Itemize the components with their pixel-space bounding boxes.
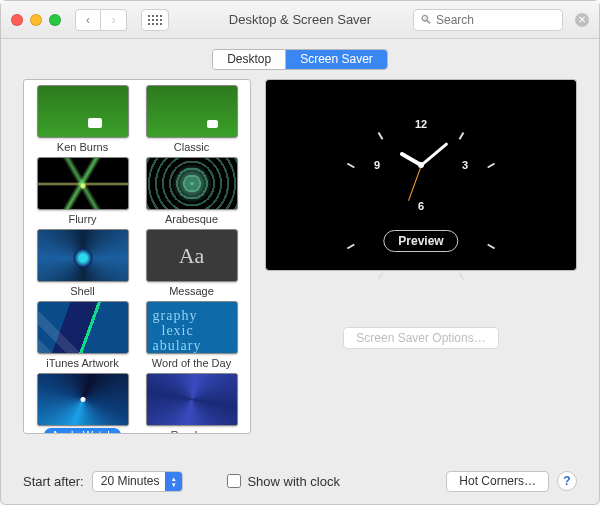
screensaver-item[interactable]: Classic <box>139 84 244 156</box>
screensaver-thumb-arabesque <box>146 157 238 210</box>
grid-icon <box>148 15 162 25</box>
screensaver-item[interactable]: iTunes Artwork <box>30 300 135 372</box>
traffic-lights <box>11 14 61 26</box>
search-input[interactable] <box>436 13 586 27</box>
chevron-right-icon: › <box>112 13 116 27</box>
start-after-label: Start after: <box>23 474 84 489</box>
hot-corners-button[interactable]: Hot Corners… <box>446 471 549 492</box>
screensaver-thumb-kenburns <box>37 85 129 138</box>
screensaver-label: Arabesque <box>157 212 226 226</box>
screensaver-item[interactable]: Ken Burns <box>30 84 135 156</box>
start-after-select[interactable]: 20 Minutes ▴▾ <box>92 471 184 492</box>
screensaver-thumb-random <box>146 373 238 426</box>
screensaver-label: Message <box>161 284 222 298</box>
show-with-clock-checkbox[interactable]: Show with clock <box>227 474 339 489</box>
minute-hand <box>420 142 448 166</box>
clock-num-3: 3 <box>462 159 468 171</box>
show-with-clock-label: Show with clock <box>247 474 339 489</box>
tab-screen-saver[interactable]: Screen Saver <box>285 50 387 69</box>
screensaver-item[interactable]: Flurry <box>30 156 135 228</box>
show-all-button[interactable] <box>141 9 169 31</box>
show-with-clock-input[interactable] <box>227 474 241 488</box>
screensaver-item[interactable]: Arabesque <box>139 156 244 228</box>
screensaver-thumb-message <box>146 229 238 282</box>
preview-button[interactable]: Preview <box>383 230 458 252</box>
screensaver-item[interactable]: Random <box>139 372 244 434</box>
screensaver-item[interactable]: Shell <box>30 228 135 300</box>
close-window-button[interactable] <box>11 14 23 26</box>
content-area: Ken BurnsClassicFlurryArabesqueShellMess… <box>1 79 599 458</box>
screensaver-label: Random <box>163 428 221 434</box>
screen-saver-options-button[interactable]: Screen Saver Options… <box>343 327 498 349</box>
tab-row: Desktop Screen Saver <box>1 39 599 79</box>
zoom-window-button[interactable] <box>49 14 61 26</box>
screensaver-grid[interactable]: Ken BurnsClassicFlurryArabesqueShellMess… <box>23 79 251 434</box>
bottom-bar: Start after: 20 Minutes ▴▾ Show with clo… <box>1 458 599 504</box>
nav-buttons: ‹ › <box>75 9 127 31</box>
screensaver-thumb-applewatch <box>37 373 129 426</box>
right-pane: 12 3 6 9 Preview Screen Saver Options… <box>265 79 577 458</box>
screensaver-thumb-word <box>146 301 238 354</box>
clock-num-6: 6 <box>418 200 424 212</box>
screensaver-thumb-shell <box>37 229 129 282</box>
screensaver-thumb-classic <box>146 85 238 138</box>
forward-button[interactable]: › <box>101 9 127 31</box>
search-icon: 🔍︎ <box>420 13 432 27</box>
preview-inner[interactable]: 12 3 6 9 Preview <box>266 80 576 270</box>
screensaver-label: iTunes Artwork <box>38 356 126 370</box>
clear-search-button[interactable]: ✕ <box>575 13 589 27</box>
screensaver-thumb-flurry <box>37 157 129 210</box>
screensaver-item[interactable]: Apple Watch <box>30 372 135 434</box>
search-field-wrap[interactable]: 🔍︎ <box>413 9 563 31</box>
start-after-value: 20 Minutes <box>101 474 160 488</box>
screensaver-label: Ken Burns <box>49 140 116 154</box>
stepper-icon: ▴▾ <box>165 472 182 491</box>
minimize-window-button[interactable] <box>30 14 42 26</box>
clock-center <box>418 162 424 168</box>
clock-num-12: 12 <box>415 118 427 130</box>
preview-box: 12 3 6 9 Preview <box>265 79 577 271</box>
screensaver-label: Word of the Day <box>144 356 239 370</box>
chevron-left-icon: ‹ <box>86 13 90 27</box>
screensaver-label: Classic <box>166 140 217 154</box>
screensaver-label: Shell <box>62 284 102 298</box>
segmented-control: Desktop Screen Saver <box>212 49 388 70</box>
screensaver-item[interactable]: Message <box>139 228 244 300</box>
screensaver-item[interactable]: Word of the Day <box>139 300 244 372</box>
screensaver-thumb-itunes <box>37 301 129 354</box>
prefs-window: ‹ › Desktop & Screen Saver 🔍︎ ✕ Desktop … <box>0 0 600 505</box>
screensaver-label: Flurry <box>60 212 104 226</box>
titlebar: ‹ › Desktop & Screen Saver 🔍︎ ✕ <box>1 1 599 39</box>
clock-num-9: 9 <box>374 159 380 171</box>
watch-face-icon: 12 3 6 9 <box>376 120 466 210</box>
window-title: Desktop & Screen Saver <box>229 12 371 27</box>
screensaver-label: Apple Watch <box>44 428 122 434</box>
back-button[interactable]: ‹ <box>75 9 101 31</box>
help-button[interactable]: ? <box>557 471 577 491</box>
second-hand <box>408 165 422 201</box>
tab-desktop[interactable]: Desktop <box>213 50 285 69</box>
